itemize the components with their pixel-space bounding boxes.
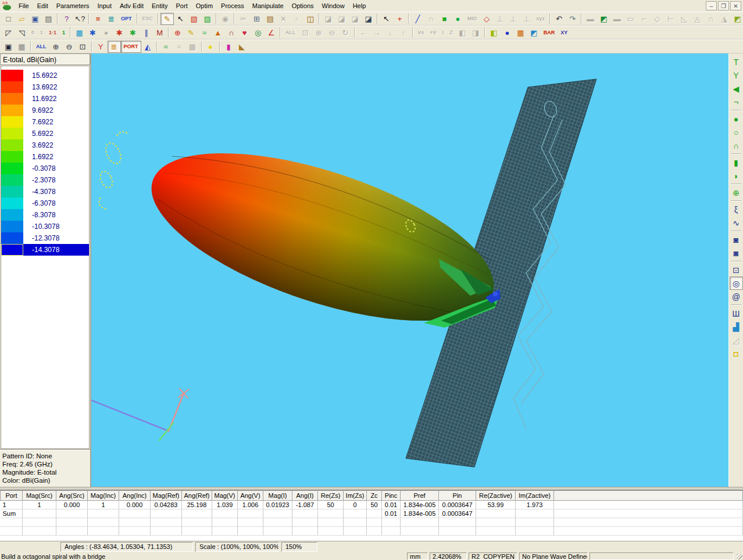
grid-3d-display-button[interactable]: ▦ [514,27,527,39]
legend-entry[interactable]: -12.3078 [1,232,89,244]
undo-button[interactable]: ↶ [552,13,566,25]
metal-layers-button[interactable]: ≡ [91,13,105,25]
build-round-spiral-button[interactable]: @ [730,290,743,303]
copy-to-clipboard-button[interactable]: ◫ [303,13,317,25]
legend-entry[interactable]: -6.3078 [1,198,89,209]
menu-edit[interactable]: Edit [33,1,52,11]
zoom-window-3d-button[interactable]: ⊡ [76,41,90,53]
draw-rectangle-button[interactable]: ■ [438,13,451,25]
simulate-optimize-button[interactable]: ✱ [126,27,140,39]
paste-layer-4-button[interactable]: ◪ [362,13,375,25]
save-file-button[interactable]: ▣ [28,13,42,25]
bar-chart-display-button[interactable]: BAR [541,27,558,39]
select-mode-button[interactable]: ↖ [174,13,187,25]
resize-grip[interactable] [735,552,743,560]
check-connection-button[interactable]: ◩ [597,13,610,25]
pattern-3d-view-button[interactable]: ▲ [211,27,224,39]
zoom-in-3d-button[interactable]: ⊕ [49,41,63,53]
save-pattern-button[interactable]: ▣ [2,41,15,53]
color-mapping-button[interactable]: ◩ [527,27,541,39]
build-ring-button[interactable]: ○ [730,125,743,139]
xy-plot-display-button[interactable]: XY [558,27,570,39]
legend-entry[interactable]: 5.6922 [1,128,89,139]
mesh-structure-button[interactable]: ▦ [73,27,86,39]
legend-entry[interactable]: 13.6922 [1,81,89,93]
build-bend-button[interactable]: ¬ [730,95,743,109]
menu-file[interactable]: File [15,1,33,11]
layer-1-1-button[interactable]: 1·1 [46,27,59,39]
legend-entry[interactable]: 7.6922 [1,116,89,128]
pattern-cut-view-button[interactable]: ∩ [224,27,238,39]
build-octagonal-spiral-button[interactable]: ◎ [730,277,743,290]
select-entire-layer-button[interactable]: ◸ [2,27,15,39]
menu-process[interactable]: Process [217,1,248,11]
display-radiation-pattern-button[interactable]: M [153,27,166,39]
legend-entry[interactable]: 9.6922 [1,105,89,116]
context-help-button[interactable]: ↖? [73,13,87,25]
build-hole-button[interactable]: ◇ [480,13,494,25]
legend-entry[interactable]: 11.6922 [1,93,89,105]
legend-entry[interactable]: -8.3078 [1,209,89,221]
background-color-button[interactable]: ▮ [222,41,235,53]
legend-entry[interactable]: -14.3078 [1,244,89,256]
select-vertices-button[interactable]: ▨ [201,13,214,25]
build-sphere-button[interactable]: ⊕ [730,186,743,199]
legend-entry[interactable]: -0.3078 [1,163,89,174]
zoom-out-3d-button[interactable]: ⊖ [63,41,76,53]
build-spring-button[interactable]: ξ [730,203,743,216]
help-button[interactable]: ? [60,13,73,25]
optimization-button[interactable]: OPT [118,13,135,25]
build-bent-cylinder-button[interactable]: ◗ [730,169,743,182]
show-axes-button[interactable]: Y [94,41,108,53]
select-polygon-button[interactable]: ▧ [187,13,201,25]
open-file-button[interactable]: ▱ [15,13,28,25]
paste-button[interactable]: ▤ [263,13,277,25]
legend-entry[interactable]: -10.3078 [1,221,89,232]
show-legend-button[interactable]: ≣ [108,41,121,53]
legend-entry[interactable]: 3.6922 [1,139,89,151]
build-ellipse-button[interactable]: ● [730,112,743,125]
menu-port[interactable]: Port [172,1,192,11]
build-square-spiral-button[interactable]: ⊡ [730,263,743,277]
build-cylinder-button[interactable]: ▮ [730,156,743,169]
s-parameters-plot-button[interactable]: ≈ [198,27,211,39]
build-t-junction-button[interactable]: T [730,55,743,69]
mesh-check-button[interactable]: ◩ [731,13,743,25]
3d-view-canvas[interactable] [91,53,728,487]
build-y-junction-button[interactable]: Y [730,69,743,82]
run-simulation-button[interactable]: ✱ [86,27,99,39]
menu-manipulate[interactable]: Manipulate [248,1,288,11]
legend-entry[interactable]: 15.6922 [1,70,89,81]
port-properties-button[interactable]: PORT [121,41,141,53]
current-3d-view-button[interactable]: ◎ [251,27,265,39]
zoom-all-3d-button[interactable]: ALL [33,41,49,53]
pattern-polar-view-button[interactable]: ♥ [238,27,251,39]
legend-entry[interactable]: 1.6922 [1,151,89,163]
azimuth-pattern-button[interactable]: ● [501,27,514,39]
build-arc-button[interactable]: ∩ [730,139,743,152]
pattern-surface-display-button[interactable]: ≈ [159,41,173,53]
draw-line-button[interactable]: ╱ [411,13,424,25]
layer-manager-button[interactable]: ≣ [105,13,118,25]
display-current-distribution-button[interactable]: ∥ [140,27,153,39]
plot-graph-button[interactable]: ∠ [265,27,278,39]
draw-mode-button[interactable]: ✎ [160,13,174,25]
legend-entry[interactable]: -2.3078 [1,174,89,186]
draw-circle-button[interactable]: ● [451,13,465,25]
menu-window[interactable]: Window [318,1,349,11]
menu-optim[interactable]: Optim [192,1,217,11]
menu-options[interactable]: Options [288,1,318,11]
build-circular-slot-button[interactable]: ◙ [730,246,743,260]
edit-vertices-button[interactable]: + [393,13,406,25]
redo-button[interactable]: ↷ [566,13,579,25]
build-wire-coil-button[interactable]: ∿ [730,216,743,229]
simulate-em-button[interactable]: ✱ [113,27,126,39]
menu-help[interactable]: Help [349,1,370,11]
elevation-pattern-button[interactable]: ◧ [487,27,501,39]
legend-entry[interactable]: -4.3078 [1,186,89,198]
build-probe-patch-button[interactable]: ◘ [730,347,743,360]
print-button[interactable]: ▤ [42,13,55,25]
toggle-light-button[interactable]: ● [204,41,217,53]
menu-entity[interactable]: Entity [148,1,172,11]
menu-parameters[interactable]: Parameters [52,1,94,11]
